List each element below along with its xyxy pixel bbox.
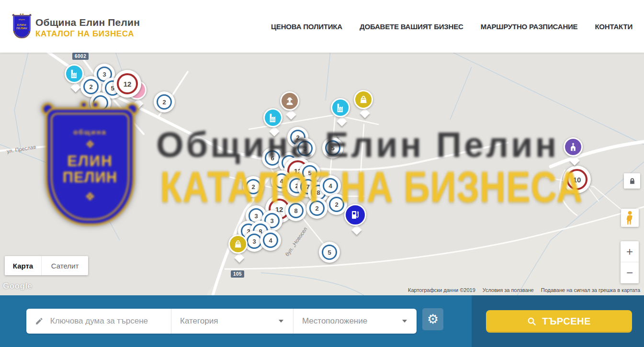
cluster-count: 8 [288,203,304,218]
search-button-label: ТЪРСЕНЕ [542,316,591,327]
location-dropdown-label: Местоположение [302,316,367,326]
search-bar: Категория Местоположение ⚙ ТЪРСЕНЕ [0,295,644,347]
map-cluster-marker[interactable]: 12 [113,70,141,98]
worker-icon [284,96,295,106]
cluster-count: 12 [117,73,138,94]
map-cluster-marker[interactable]: 2 [243,176,264,197]
pegman-icon [625,211,634,225]
cluster-count: 2 [329,197,344,212]
cluster-count: 4 [323,178,338,193]
location-dropdown[interactable]: Местоположение [293,309,417,334]
lock-icon [629,178,636,185]
pin-tail [360,108,370,118]
road-number-badge: 105 [231,270,244,278]
nav-contacts[interactable]: КОНТАКТИ [595,22,633,31]
pin-tail [351,225,362,235]
map-pin-fuel[interactable] [344,204,369,234]
fuel-icon [350,209,361,221]
map-cluster-marker[interactable]: 8 [285,200,306,221]
map-cluster-marker[interactable]: 10 [563,166,591,193]
map-cluster-marker[interactable]: 5 [319,242,340,263]
factory-icon [268,112,278,123]
map-canvas[interactable]: ул. Преславбул. „Новоселции“6002105 3251… [0,53,644,295]
map-cluster-marker[interactable]: 4 [320,175,341,196]
lock-button[interactable] [624,173,640,189]
map-pin-bag[interactable] [354,90,376,117]
cluster-count: 6 [265,150,280,166]
factory-icon [335,102,346,113]
search-submit-panel: ТЪРСЕНЕ [472,295,644,347]
pin-circle [331,98,350,117]
site-title-block: Община Елин Пелин КАТАЛОГ НА БИЗНЕСА [35,17,140,39]
map-type-satellite-button[interactable]: Сателит [41,256,88,275]
church-icon [568,142,578,152]
nav-add-your-business[interactable]: ДОБАВЕТЕ ВАШИЯТ БИЗНЕС [360,22,463,31]
map-attribution: Картографски данни ©2019 Условия за полз… [408,287,640,293]
search-panel: Категория Местоположение [26,309,417,334]
cluster-count: 2 [157,94,172,110]
pegman-button[interactable] [621,209,639,227]
pin-tail [337,116,347,126]
cluster-count: 10 [566,169,588,190]
zoom-control: + − [621,241,639,283]
pin-circle [354,90,373,109]
main-nav: ЦЕНОВА ПОЛИТИКА ДОБАВЕТЕ ВАШИЯТ БИЗНЕС М… [271,0,633,53]
site-logo[interactable]: община ЕЛИН ПЕЛИН [12,14,32,39]
factory-icon [69,68,79,79]
attribution-data: Картографски данни ©2019 [408,287,475,293]
keyword-search-input[interactable] [49,316,164,326]
cluster-count: 4 [263,233,278,248]
chevron-down-icon [402,320,407,323]
map-cluster-marker[interactable] [90,92,111,113]
header: община ЕЛИН ПЕЛИН Община Елин Пелин КАТА… [0,0,644,53]
search-button[interactable]: ТЪРСЕНЕ [486,310,632,333]
site-title: Община Елин Пелин [35,17,140,28]
category-dropdown[interactable]: Категория [171,309,293,334]
map-cluster-marker[interactable]: 2 [154,91,175,112]
map-pin-factory[interactable] [65,64,87,91]
advanced-settings-button[interactable]: ⚙ [422,308,443,330]
pin-tail [70,82,80,92]
cluster-count: 2 [309,201,325,216]
pin-tail [569,156,579,166]
pin-tail [269,126,279,136]
keyword-field-wrap [26,309,171,334]
category-dropdown-label: Категория [180,316,218,326]
site-subtitle: КАТАЛОГ НА БИЗНЕСА [35,29,140,39]
map-pin-worker[interactable] [280,91,302,118]
map-type-control: Карта Сателит [5,256,88,275]
page: ул. Преславбул. „Новоселции“6002105 3251… [0,0,644,347]
pin-circle [280,91,299,111]
map-cluster-marker[interactable]: 3 [294,138,316,159]
cluster-count: 5 [325,140,340,156]
attribution-terms-link[interactable]: Условия за ползване [483,287,534,293]
map-cluster-marker[interactable]: 2 [306,198,328,219]
zoom-in-button[interactable]: + [621,241,639,262]
municipality-emblem: община ЕЛИН ПЕЛИН [12,14,32,38]
search-icon [527,317,536,326]
map-pin-factory[interactable] [331,98,353,125]
pin-tail [133,99,143,109]
pencil-icon [35,316,44,326]
shopping-bag-icon [233,239,243,249]
pin-tail [286,110,296,120]
pin-tail [234,253,244,263]
nav-route-schedule[interactable]: МАРШРУТНО РАЗПИСАНИЕ [481,22,578,31]
attribution-report-link[interactable]: Подаване на сигнал за грешка в картата [541,287,640,293]
cluster-count: 3 [297,141,313,156]
pin-circle [344,204,366,226]
map-cluster-marker[interactable]: 5 [322,137,343,158]
pin-circle [263,108,282,127]
google-logo[interactable]: Google [3,281,33,291]
chevron-down-icon [279,320,283,323]
map-pin-church[interactable] [564,137,586,164]
cluster-count: 2 [246,179,261,194]
map-pin-bag[interactable] [228,235,250,261]
nav-pricing-policy[interactable]: ЦЕНОВА ПОЛИТИКА [271,22,342,31]
road-number-badge: 6002 [72,53,89,60]
gear-icon: ⚙ [427,313,439,326]
map-type-map-button[interactable]: Карта [5,256,41,275]
shopping-bag-icon [358,94,369,105]
zoom-out-button[interactable]: − [621,262,639,283]
map-cluster-marker[interactable]: 4 [260,230,281,251]
